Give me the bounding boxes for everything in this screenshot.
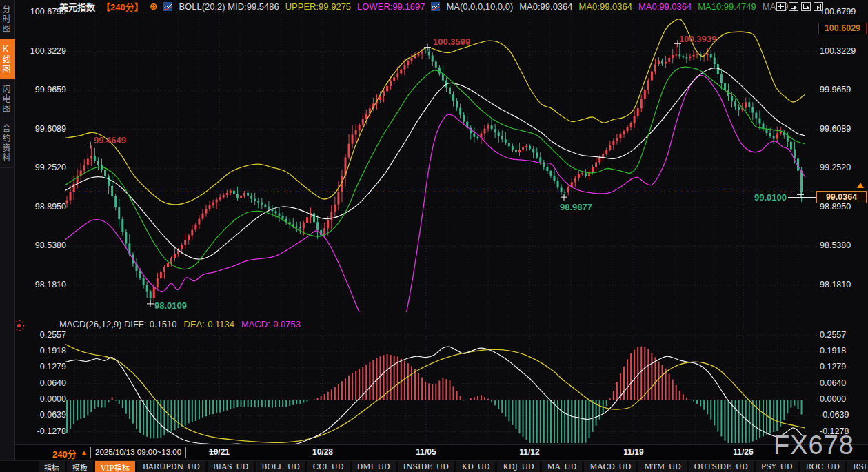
macd-values: MACD(26,12,9) DIFF:-0.1510 (59, 319, 177, 329)
pane-layout-icon-3[interactable] (814, 2, 823, 11)
tab-indicator[interactable]: 指标 (39, 461, 65, 472)
current-price-badge: 99.0364 (816, 191, 867, 203)
tab-bias-ud[interactable]: BIAS_UD (208, 461, 254, 472)
price-axis-label: 99.6089 (820, 124, 851, 134)
boll-upper-value: UPPER:99.9275 (285, 1, 351, 12)
chart-canvas[interactable] (0, 0, 868, 472)
tab-inside-ud[interactable]: INSIDE_UD (398, 461, 454, 472)
macd-axis-label: 0.0640 (40, 378, 66, 388)
session-high-badge: 100.6029 (818, 23, 867, 34)
tab-template[interactable]: 模板 (67, 461, 93, 472)
tab-vip-indicator[interactable]: VIP指标 (95, 461, 135, 472)
tab-macd-ud[interactable]: MACD_UD (584, 461, 636, 472)
price-axis-label: 99.2520 (35, 163, 66, 172)
macd-axis-label: 0.1918 (40, 346, 66, 356)
indicator-chart-icon[interactable] (163, 2, 172, 11)
x-axis-labels: 10/2110/2811/0511/1211/1911/26 (0, 447, 868, 458)
x-axis-label: 10/21 (202, 447, 236, 457)
macd-alert-icon[interactable] (14, 320, 24, 331)
macd-axis-label: 0.1279 (820, 362, 846, 371)
tab-rsi-ud[interactable]: RSI_UD (847, 461, 868, 472)
ma0-value-3: MA0:99.0364 (638, 1, 692, 12)
move-pane-icon[interactable] (776, 2, 786, 11)
ma10-value: MA10:99.4749 (698, 1, 756, 12)
price-axis-label: 98.1810 (35, 280, 66, 289)
x-axis-label: 11/12 (512, 447, 547, 457)
macd-axis-label: 0.0000 (40, 394, 66, 404)
macd-axis-label: 0.0640 (820, 378, 846, 388)
price-annotation: 98.0109 (154, 300, 187, 311)
macd-axis-label: 0.1279 (40, 362, 66, 371)
period-label: 【240分】 (101, 0, 143, 13)
tab-dmi-ud[interactable]: DMI_UD (352, 461, 396, 472)
tab-kd-ud[interactable]: KD_UD (456, 461, 496, 472)
circled-plus-icon[interactable]: ⊕ (150, 2, 158, 11)
tab-cci-ud[interactable]: CCI_UD (307, 461, 350, 472)
sidebar-item-lightning-chart[interactable]: 闪电图 (0, 80, 15, 119)
macd-dea-value: DEA:-0.1134 (184, 319, 234, 329)
macd-indicator-header: MACD(26,12,9) DIFF:-0.1510 DEA:-0.1134 M… (59, 318, 301, 329)
price-axis-label: 99.9659 (820, 85, 851, 94)
sidebar-item-candlestick-chart[interactable]: K线图 (0, 39, 15, 80)
trading-chart-window: 100.6799100.322999.965999.608999.252098.… (0, 0, 868, 472)
price-axis-label: 100.6799 (820, 7, 856, 17)
x-axis-label: 11/05 (409, 447, 443, 457)
x-axis-label: 11/19 (616, 447, 651, 457)
price-axis-label: 98.5380 (820, 240, 851, 250)
price-axis-label: 98.8950 (35, 202, 66, 212)
price-axis-label: 100.3229 (820, 46, 856, 56)
ma-params: MA(0,0,0,10,0,0) (446, 1, 513, 12)
price-annotation: 98.9877 (560, 202, 592, 212)
macd-axis-label: 0.2557 (820, 330, 846, 340)
price-axis-label: 99.9659 (35, 85, 66, 94)
ma0-value-2: MA0:99.0364 (579, 1, 632, 12)
ma0-value-1: MA0:99.0364 (519, 1, 572, 12)
sidebar-item-time-chart[interactable]: 分时图 (0, 0, 15, 39)
macd-axis-label: 0.2557 (40, 330, 66, 340)
symbol-title: 美元指数 (59, 0, 95, 13)
indicator-header: 美元指数 【240分】 ⊕ BOLL(20,2) MID:99.5486 UPP… (59, 1, 788, 12)
pane-layout-icon-1[interactable] (789, 2, 798, 11)
macd-axis-label: -0.1278 (37, 427, 66, 436)
price-annotation: 100.3599 (433, 37, 470, 47)
sidebar: 分时图 K线图 闪电图 合约资料 (0, 0, 15, 472)
price-annotation: 99.0100 (754, 192, 787, 203)
x-axis-label: 10/28 (305, 447, 340, 457)
price-up-arrow-icon (857, 183, 864, 188)
price-axis-label: 99.2520 (820, 163, 851, 172)
macd-axis-label: -0.0639 (37, 410, 66, 420)
pane-toolbar (776, 2, 823, 11)
boll-values: BOLL(20,2) MID:99.5486 (179, 1, 279, 12)
tab-psy-ud[interactable]: PSY_UD (756, 461, 798, 472)
fx678-watermark: FX678 (774, 431, 854, 460)
tab-mtm-ud[interactable]: MTM_UD (638, 461, 686, 472)
pane-layout-icon-2[interactable] (801, 2, 811, 11)
price-annotation: 99.4649 (94, 135, 126, 145)
gridlines (50, 8, 818, 443)
left-price-axis: 100.6799100.322999.965999.608999.252098.… (17, 0, 68, 472)
macd-macd-value: MACD:-0.0753 (241, 319, 301, 329)
tab-outside-ud[interactable]: OUTSIDE_UD (689, 461, 754, 472)
macd-histogram (67, 347, 802, 443)
sidebar-item-contract-info[interactable]: 合约资料 (0, 119, 15, 168)
indicator-chart-icon[interactable] (431, 2, 440, 11)
price-axis-label: 98.5380 (35, 240, 66, 250)
tab-kdj-ud[interactable]: KDJ_UD (497, 461, 539, 472)
macd-axis-label: 0.0000 (820, 394, 846, 404)
right-price-axis: 100.6799100.322999.965999.608999.252098.… (820, 0, 868, 472)
tab-roc-ud[interactable]: ROC_UD (800, 461, 845, 472)
indicator-tab-bar: 指标 模板 VIP指标 BARUPDN_UD BIAS_UD BOLL_UD C… (0, 460, 868, 472)
macd-axis-label: 0.1918 (820, 346, 846, 356)
time-axis-row: 240分 ▲ 2025/10/13 09:00~13:00 — 10/2110/… (0, 445, 868, 460)
tab-boll-ud[interactable]: BOLL_UD (256, 461, 305, 472)
macd-axis-label: -0.0639 (820, 410, 849, 420)
boll-lower-value: LOWER:99.1697 (357, 1, 425, 12)
tab-ma-ud[interactable]: MA_UD (542, 461, 583, 472)
price-axis-label: 100.3229 (30, 46, 66, 56)
x-axis-label: 11/26 (726, 447, 760, 457)
tab-barupdn-ud[interactable]: BARUPDN_UD (137, 461, 205, 472)
price-axis-label: 98.1810 (820, 280, 851, 289)
price-axis-label: 99.6089 (35, 124, 66, 134)
price-annotation: 100.3939 (679, 34, 716, 44)
